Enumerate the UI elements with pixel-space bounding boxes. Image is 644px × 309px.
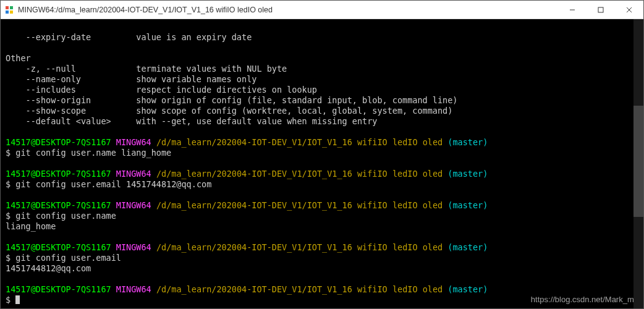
help-line: --name-only show variable names only [6, 74, 256, 84]
svg-rect-0 [6, 6, 9, 9]
prompt-branch: (master) [447, 200, 488, 210]
prompt-branch: (master) [447, 242, 488, 252]
command-input: git config user.email 1451744812@qq.com [15, 179, 211, 189]
help-line: --show-scope show scope of config (workt… [6, 106, 452, 116]
prompt-userhost: 14517@DESKTOP-7QS1167 [6, 200, 111, 210]
command-output: 1451744812@qq.com [6, 263, 91, 273]
cursor [15, 295, 20, 304]
prompt-path: /d/ma_learn/202004-IOT-DEV_V1/IOT_V1_16 … [156, 200, 443, 210]
minimize-button[interactable] [558, 1, 587, 19]
prompt-branch: (master) [447, 137, 488, 147]
scrollbar[interactable] [633, 19, 643, 308]
prompt-path: /d/ma_learn/202004-IOT-DEV_V1/IOT_V1_16 … [156, 137, 443, 147]
prompt-shell: MINGW64 [116, 242, 151, 252]
prompt-userhost: 14517@DESKTOP-7QS1167 [6, 284, 111, 294]
command-input: git config user.name [15, 211, 116, 221]
prompt-userhost: 14517@DESKTOP-7QS1167 [6, 169, 111, 179]
help-line: --default <value> with --get, use defaul… [6, 116, 377, 126]
prompt-userhost: 14517@DESKTOP-7QS1167 [6, 137, 111, 147]
window-controls [558, 1, 643, 19]
help-line: --expiry-date value is an expiry date [6, 32, 252, 42]
svg-rect-2 [6, 11, 9, 14]
watermark: https://blog.csdn.net/Mark_md [531, 294, 638, 305]
svg-rect-3 [10, 11, 13, 14]
command-input: git config user.email [15, 253, 121, 263]
prompt-branch: (master) [447, 284, 488, 294]
command-input: git config user.name liang_home [15, 148, 171, 158]
prompt-shell: MINGW64 [116, 169, 151, 179]
help-line: -z, --null terminate values with NUL byt… [6, 64, 287, 74]
prompt-ps1: $ [6, 179, 11, 189]
terminal-area[interactable]: --expiry-date value is an expiry date Ot… [1, 19, 643, 308]
help-header: Other [6, 53, 31, 63]
prompt-userhost: 14517@DESKTOP-7QS1167 [6, 242, 111, 252]
prompt-shell: MINGW64 [116, 137, 151, 147]
window-title: MINGW64:/d/ma_learn/202004-IOT-DEV_V1/IO… [18, 6, 273, 14]
prompt-path: /d/ma_learn/202004-IOT-DEV_V1/IOT_V1_16 … [156, 169, 443, 179]
prompt-ps1: $ [6, 148, 11, 158]
app-icon [4, 5, 14, 15]
prompt-ps1: $ [6, 295, 11, 305]
maximize-button[interactable] [587, 1, 615, 19]
prompt-branch: (master) [447, 169, 488, 179]
svg-rect-5 [598, 7, 603, 12]
app-window: MINGW64:/d/ma_learn/202004-IOT-DEV_V1/IO… [0, 0, 644, 309]
prompt-path: /d/ma_learn/202004-IOT-DEV_V1/IOT_V1_16 … [156, 242, 443, 252]
help-line: --show-origin show origin of config (fil… [6, 95, 458, 105]
command-output: liang_home [6, 221, 56, 231]
prompt-shell: MINGW64 [116, 284, 151, 294]
prompt-ps1: $ [6, 211, 11, 221]
help-line: --includes respect include directives on… [6, 85, 317, 95]
titlebar[interactable]: MINGW64:/d/ma_learn/202004-IOT-DEV_V1/IO… [1, 1, 643, 19]
prompt-shell: MINGW64 [116, 200, 151, 210]
scrollbar-thumb[interactable] [633, 106, 643, 217]
svg-rect-1 [10, 6, 13, 9]
close-button[interactable] [615, 1, 643, 19]
prompt-path: /d/ma_learn/202004-IOT-DEV_V1/IOT_V1_16 … [156, 284, 443, 294]
prompt-ps1: $ [6, 253, 11, 263]
